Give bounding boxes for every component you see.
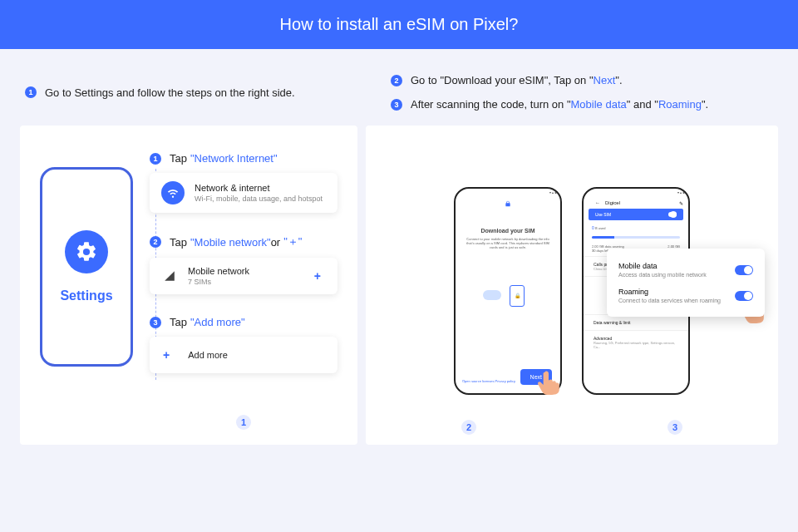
panel3-footer-num: 3 — [667, 420, 682, 435]
add-more-row[interactable]: + Add more — [150, 337, 337, 373]
lock-icon — [456, 200, 560, 208]
edit-icon: ✎ — [679, 200, 683, 206]
privacy-links: Open source licenses Privacy policy — [462, 379, 515, 383]
plus-icon: + — [163, 348, 170, 362]
step2-num-icon: 2 — [150, 236, 161, 248]
intro-3-link1: Mobile data — [571, 98, 627, 111]
panel2-footer-num: 2 — [461, 420, 476, 435]
step3-hl: "Add more" — [190, 316, 245, 328]
step1-prefix: Tap — [170, 152, 187, 165]
intro-row: 1 Go to Settings and follow the steps on… — [0, 49, 798, 126]
step2-hl-b: "＋" — [283, 234, 302, 249]
wifi-icon — [161, 181, 185, 204]
advanced-row[interactable]: AdvancedRoaming, 5G, Preferred network t… — [584, 330, 688, 354]
card1-sub: Wi-Fi, mobile, data usage, and hotspot — [195, 195, 323, 203]
intro-3b: ". — [702, 98, 708, 111]
cellular-icon — [161, 268, 178, 284]
intro-step-2: 2 Go to "Download your eSIM", Tap on "Ne… — [391, 74, 773, 86]
step3-prefix: Tap — [170, 316, 187, 328]
mobile-network-row[interactable]: Mobile network 7 SIMs + — [150, 258, 337, 294]
roaming-sub: Connect to data services when roaming — [618, 298, 721, 303]
roaming-title: Roaming — [618, 288, 721, 296]
gear-icon — [65, 230, 108, 273]
mobile-data-row[interactable]: Mobile data Access data using mobile net… — [618, 257, 753, 283]
carrier-name: Digicel — [605, 200, 620, 205]
bullet-3-icon: 3 — [391, 99, 402, 111]
mobile-data-sub: Access data using mobile network — [618, 272, 707, 278]
panel-phones: ▾ ▴ ■ Download your SIM Connect to your … — [366, 126, 778, 445]
mobile-data-title: Mobile data — [618, 262, 707, 270]
settings-phone-mock: Settings — [40, 167, 133, 367]
step2-prefix: Tap — [170, 236, 187, 249]
step2-hl-a: "Mobile network" — [190, 236, 271, 249]
card2-sub: 7 SIMs — [188, 278, 249, 286]
step2-mid: or — [271, 236, 281, 249]
next-button[interactable]: Next — [520, 369, 552, 385]
toggle-on-icon — [668, 212, 677, 217]
mobile-data-toggle[interactable] — [735, 265, 753, 275]
roaming-row[interactable]: Roaming Connect to data services when ro… — [618, 283, 753, 308]
network-internet-row[interactable]: Network & internet Wi-Fi, mobile, data u… — [150, 173, 337, 213]
intro-2-link: Next — [594, 74, 616, 86]
use-sim-toggle-row[interactable]: Use SIM — [589, 209, 683, 220]
card1-title: Network & internet — [195, 183, 323, 193]
intro-text-1: Go to Settings and follow the steps on t… — [45, 86, 295, 99]
intro-2b: ". — [615, 74, 622, 86]
intro-3m: " and " — [627, 98, 658, 111]
settings-label: Settings — [60, 288, 112, 303]
bullet-2-icon: 2 — [391, 75, 402, 86]
intro-2a: Go to "Download your eSIM", Tap on " — [411, 74, 594, 86]
intro-3-link2: Roaming — [658, 98, 702, 111]
panel1-footer-num: 1 — [150, 415, 337, 430]
card2-title: Mobile network — [188, 266, 249, 276]
intro-3a: After scanning the code, turn on " — [411, 98, 571, 111]
download-illustration: 🔒 — [483, 278, 533, 312]
status-bar-icon: ▾ ▴ ■ — [456, 189, 560, 195]
step1-num-icon: 1 — [150, 153, 161, 165]
download-sim-phone: ▾ ▴ ■ Download your SIM Connect to your … — [454, 187, 562, 395]
bullet-1-icon: 1 — [25, 86, 37, 98]
panel-steps: Settings 1Tap "Network Internet" Network… — [20, 126, 357, 445]
back-arrow-icon: ← — [595, 200, 600, 205]
intro-step-1: 1 Go to Settings and follow the steps on… — [25, 86, 295, 99]
card3-title: Add more — [188, 350, 228, 360]
step3-num-icon: 3 — [150, 317, 161, 328]
step1-hl: "Network Internet" — [190, 152, 278, 165]
status-bar-icon: ▾ ▴ ■ — [584, 189, 688, 195]
download-sim-sub: Connect to your mobile network by downlo… — [456, 234, 560, 254]
intro-step-3: 3 After scanning the code, turn on "Mobi… — [391, 98, 773, 111]
toggles-overlay: Mobile data Access data using mobile net… — [607, 249, 765, 317]
data-usage-bar — [592, 236, 680, 239]
quota-used-unit: B used — [595, 226, 605, 230]
add-network-button[interactable]: + — [309, 269, 326, 283]
download-sim-title: Download your SIM — [456, 228, 560, 234]
page-title: How to install an eSIM on Pixel? — [0, 0, 798, 49]
quota-used-num: 0 — [592, 225, 594, 230]
roaming-toggle[interactable] — [735, 291, 753, 301]
